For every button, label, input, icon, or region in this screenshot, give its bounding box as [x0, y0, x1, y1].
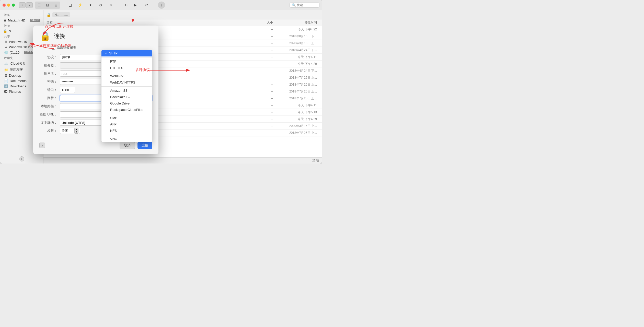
protocol-option-label: Backblaze B2 [110, 95, 131, 99]
file-date: 2020年3月16日 上... [273, 41, 319, 45]
protocol-option-label: SFTP [109, 51, 118, 55]
port-input[interactable] [60, 87, 75, 93]
add-bookmark-checkbox[interactable] [52, 46, 55, 50]
dialog-title: 连接 [54, 32, 65, 40]
panel-footer: 25 项 [43, 157, 322, 164]
settings-button[interactable]: ⚙ [97, 2, 105, 8]
dialog-lock-icon: 🔒 [39, 31, 51, 41]
search-icon: 🔍 [292, 3, 296, 7]
list-view-button[interactable]: ☰ [35, 2, 43, 8]
flash-button[interactable]: ⚡ [76, 2, 84, 8]
connect-button[interactable]: 连接 [137, 142, 152, 149]
expand-button[interactable]: ▲ [39, 143, 45, 148]
file-date: 2018年7月25日 上... [273, 76, 319, 80]
search-box[interactable]: 🔍 [290, 3, 319, 8]
protocol-value: SFTP [62, 55, 70, 59]
protocol-option-s3[interactable]: Amazon S3 [101, 87, 152, 94]
file-date: 2018年7月25日 上... [273, 83, 319, 87]
file-size: -- [247, 103, 273, 107]
file-size: -- [247, 97, 273, 100]
sidebar-item-label: Maci...h HD [8, 18, 25, 22]
lock-icon: 🔒 [3, 29, 7, 33]
protocol-label: 协议： [39, 55, 60, 60]
permissions-label: 权限： [39, 129, 60, 133]
file-date: 2018年4月24日 下... [273, 69, 319, 73]
add-connection-button[interactable]: + [19, 156, 24, 161]
bookmark-button[interactable]: ★ [86, 2, 95, 8]
dropdown-divider-5 [101, 135, 152, 135]
sync-button[interactable]: ⇄ [143, 2, 151, 8]
protocol-option-gdrive[interactable]: Google Drive [101, 100, 152, 107]
file-size: -- [247, 90, 273, 93]
protocol-option-b2[interactable]: Backblaze B2 [101, 94, 152, 100]
permissions-stepper-up[interactable]: ▲ [74, 128, 78, 131]
file-date: 今天 下午4:29 [273, 62, 319, 66]
file-size: -- [247, 41, 273, 45]
protocol-option-nfs[interactable]: NFS [101, 127, 152, 134]
grid-view-button[interactable]: ⊞ [52, 2, 60, 8]
sidebar-item-macbook[interactable]: 🖥 Maci...h HD 347GB [0, 18, 43, 23]
close-button[interactable] [3, 4, 6, 7]
refresh-button[interactable]: ↻ [122, 2, 130, 8]
protocol-option-rackspace[interactable]: Rackspace CloudFiles [101, 107, 152, 113]
protocol-option-vnc[interactable]: VNC [101, 136, 152, 142]
protocol-option-sftp[interactable]: ✓ SFTP [101, 50, 152, 56]
file-size: -- [247, 34, 273, 38]
protocol-option-label: NFS [110, 129, 117, 133]
maximize-button[interactable] [12, 4, 15, 7]
protocol-option-afp[interactable]: AFP [101, 121, 152, 127]
app-window: ‹ › ☰ ⊟ ⊞ ◻ ⚡ ★ ⚙ ▾ ↻ ▶_ ⇄ ↓ 🔍 设备 [0, 0, 322, 164]
protocol-option-webdav-https[interactable]: WebDAV HTTPS [101, 79, 152, 86]
drive-icon: 💿 [4, 51, 8, 54]
download-button[interactable]: ↓ [158, 2, 165, 9]
encoding-value: Unicode (UTF8) [62, 121, 85, 125]
file-date: 2018年7月25日 上... [273, 131, 319, 135]
terminal-button[interactable]: ▶_ [132, 2, 141, 8]
panel-url: N............ [52, 12, 70, 17]
dropdown-divider-1 [101, 57, 152, 57]
file-size: -- [247, 28, 273, 31]
protocol-option-ftptls[interactable]: FTP TLS [101, 65, 152, 71]
cancel-button[interactable]: 取消 [120, 142, 135, 149]
password-label: 密码： [39, 79, 60, 84]
windows-icon: 🖥 [4, 40, 7, 44]
nav-buttons: ‹ › [19, 2, 33, 8]
forward-button[interactable]: › [26, 2, 33, 8]
protocol-option-label: FTP [110, 60, 117, 63]
sidebar-connected-label: N............ [9, 29, 22, 33]
sidebar-item-label: Windows 10.local. [9, 45, 36, 49]
panel-header: 🔒 N............ [43, 10, 322, 19]
view-toggle-group: ☰ ⊟ ⊞ [35, 2, 60, 9]
protocol-option-smb[interactable]: SMB [101, 115, 152, 121]
file-date: 2018年4月24日 下... [273, 48, 319, 52]
server-label: 服务器： [39, 63, 60, 68]
storage-badge: 347GB [30, 19, 40, 22]
back-button[interactable]: ‹ [19, 2, 26, 8]
search-input[interactable] [297, 3, 317, 7]
protocol-option-label: WebDAV [110, 74, 123, 78]
column-view-button[interactable]: ⊟ [43, 2, 52, 8]
protocol-option-label: VNC [110, 137, 117, 141]
protocol-option-webdav[interactable]: WebDAV [101, 73, 152, 79]
main-content: 设备 🖥 Maci...h HD 347GB 连接 🔒 N...........… [0, 10, 322, 164]
protocol-option-label: AFP [110, 122, 117, 126]
sidebar-item-label: Desktop [9, 74, 21, 77]
devices-section-label: 设备 [0, 12, 43, 18]
protocol-option-ftp[interactable]: FTP [101, 58, 152, 65]
sidebar-item-label: iCloud云盘 [10, 61, 26, 66]
settings-dropdown-button[interactable]: ▾ [107, 2, 115, 8]
downloads-icon: ⬇️ [4, 84, 8, 88]
sidebar-item-label: Windows 10 [9, 40, 27, 44]
minimize-button[interactable] [7, 4, 10, 7]
sidebar-item-label: Documents [10, 79, 27, 83]
permissions-select[interactable]: 关闭 ▲ ▼ [60, 128, 80, 134]
file-date: 2018年7月25日 上... [273, 89, 319, 94]
harddisk-icon: 🖥 [3, 18, 6, 22]
file-size: -- [247, 83, 273, 86]
protocol-option-label: SMB [110, 116, 117, 120]
action-button[interactable]: ◻ [66, 2, 74, 8]
file-size: -- [247, 55, 273, 59]
checkmark-icon: ✓ [105, 52, 108, 55]
documents-icon: 📄 [4, 79, 8, 83]
permissions-stepper-down[interactable]: ▼ [74, 131, 78, 134]
